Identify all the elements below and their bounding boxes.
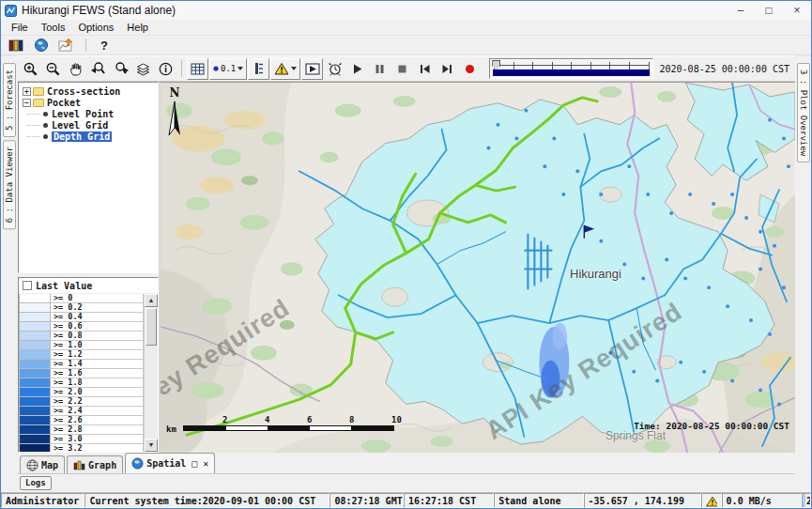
skip-to-end-icon[interactable] (437, 58, 458, 80)
map-view[interactable]: N API Key Required API Key Required Hiku… (159, 82, 795, 453)
tree-item-label: Level Grid (52, 120, 108, 131)
chevron-down-icon (237, 67, 243, 70)
tree-item-depth-grid[interactable]: Depth Grid (23, 131, 158, 142)
database-icon[interactable] (5, 35, 26, 56)
tree-item-pocket[interactable]: −Pocket (23, 97, 158, 108)
menu-item-tools[interactable]: Tools (35, 22, 72, 33)
close-panel-icon[interactable]: ✕ (203, 458, 208, 469)
folder-icon (33, 99, 44, 107)
top-toolbar: ? (1, 36, 811, 55)
tree-item-level-point[interactable]: Level Point (23, 108, 158, 119)
toolbar-separator (181, 60, 182, 77)
logs-button[interactable]: Logs (20, 476, 52, 490)
animation-settings-icon[interactable] (324, 58, 345, 80)
skip-to-start-icon[interactable] (414, 58, 436, 80)
status-cell-4: Stand alone (494, 493, 583, 508)
legend-title: Last Value (36, 281, 92, 291)
menu-item-help[interactable]: Help (120, 22, 155, 33)
maximize-panel-icon[interactable]: □ (192, 458, 197, 469)
status-warning-icon[interactable] (701, 493, 722, 508)
title-bar: Hikurangi FEWS (Stand alone) – □ × (1, 1, 811, 20)
window-controls: – □ × (727, 1, 811, 20)
collapse-icon[interactable]: − (23, 99, 31, 107)
expand-icon[interactable]: + (23, 87, 31, 96)
grid-icon[interactable] (187, 58, 208, 80)
logs-row: Logs (18, 473, 795, 492)
map-toolbar: 0.1 2020-08-25 00:00:00 CST (18, 55, 795, 82)
tab-map[interactable]: Map (20, 455, 65, 473)
tree-item-label: Depth Grid (52, 131, 112, 142)
legend-color-swatch (19, 435, 51, 444)
legend-row[interactable]: >= 3.2 (19, 444, 144, 452)
help-icon[interactable]: ? (95, 39, 114, 53)
legend-color-swatch (19, 407, 51, 416)
tree-item-label: Cross-section (47, 86, 120, 97)
tab-forecast[interactable]: 5 : Forecast (3, 63, 16, 137)
layers-tree: +Cross-section−PocketLevel PointLevel Gr… (18, 82, 159, 273)
tab-data-viewer[interactable]: 6 : Data Viewer (3, 140, 16, 229)
map-time-label: Time: 2020-08-25 00:00:00 CST (634, 421, 789, 431)
tab-spatial[interactable]: Spatial □ ✕ (125, 453, 215, 473)
threshold-dropdown[interactable]: 0.1 (209, 58, 247, 80)
legend-scrollbar[interactable]: ▲ ▼ (144, 294, 158, 452)
scroll-down-icon[interactable]: ▼ (145, 439, 158, 452)
time-slider-range-bar (493, 69, 649, 76)
last-value-checkbox[interactable] (23, 281, 32, 290)
stop-icon[interactable] (391, 58, 413, 80)
maximize-icon[interactable]: □ (755, 1, 783, 20)
zoom-next-icon[interactable] (110, 58, 131, 80)
status-cell-8: 2.5 GB (802, 493, 811, 508)
scale-bar: 246810 km (166, 415, 401, 431)
toolbar-separator (85, 39, 86, 52)
layers-icon[interactable] (132, 58, 154, 80)
legend-color-swatch (19, 416, 51, 425)
menu-bar: FileToolsOptionsHelp (1, 20, 811, 36)
tree-item-level-grid[interactable]: Level Grid (23, 119, 158, 131)
legend-color-swatch (19, 332, 51, 341)
warning-dropdown[interactable] (270, 58, 300, 80)
legend-color-swatch (19, 341, 51, 350)
minimize-icon[interactable]: – (727, 1, 755, 20)
status-cell-0: Administrator (1, 493, 84, 508)
zoom-out-icon[interactable] (42, 58, 64, 80)
status-bar: AdministratorCurrent system time:2020-09… (1, 492, 811, 508)
tree-item-cross-section[interactable]: +Cross-section (23, 85, 158, 97)
scroll-thumb[interactable] (146, 308, 157, 346)
scale-unit: km (166, 424, 176, 434)
legend-color-swatch (19, 397, 51, 407)
scale-segments (183, 425, 394, 431)
legend-row-label: >= 3.2 (51, 444, 144, 452)
info-icon[interactable] (155, 58, 176, 80)
timeseries-dialog-icon[interactable] (55, 35, 77, 56)
legend-color-swatch (19, 369, 51, 378)
tab-plot-overview[interactable]: 3 : Plot Overview (797, 63, 810, 162)
status-cell-7: 0.0 MB/s (722, 493, 802, 508)
globe-grid-icon (26, 459, 38, 471)
bar-chart-icon (73, 459, 85, 470)
time-slider-track (494, 65, 648, 66)
close-icon[interactable]: × (783, 1, 811, 20)
tab-graph[interactable]: Graph (67, 455, 123, 473)
legend-icon[interactable] (248, 58, 269, 80)
place-label-springs-flat: Springs Flat (605, 429, 666, 442)
legend-color-swatch (19, 388, 51, 397)
scale-numbers: 246810 (166, 415, 401, 425)
zoom-previous-icon[interactable] (87, 58, 109, 80)
fews-logo-icon (5, 5, 17, 17)
menu-item-file[interactable]: File (5, 22, 35, 33)
current-datetime: 2020-08-25 00:00:00 CST (660, 64, 789, 74)
node-bullet-icon (43, 112, 48, 116)
pan-icon[interactable] (65, 58, 86, 80)
map-display-icon[interactable] (30, 35, 52, 56)
scroll-up-icon[interactable]: ▲ (145, 294, 158, 307)
movie-player-icon[interactable] (301, 58, 323, 80)
pause-icon[interactable] (369, 58, 391, 80)
node-bullet-icon (43, 123, 48, 128)
application-window: Hikurangi FEWS (Stand alone) – □ × FileT… (0, 0, 812, 509)
play-icon[interactable] (346, 58, 368, 80)
menu-item-options[interactable]: Options (71, 22, 120, 33)
time-slider[interactable] (489, 58, 652, 79)
record-icon[interactable] (459, 58, 481, 80)
tree-item-label: Level Point (52, 109, 114, 119)
zoom-in-icon[interactable] (20, 58, 41, 80)
